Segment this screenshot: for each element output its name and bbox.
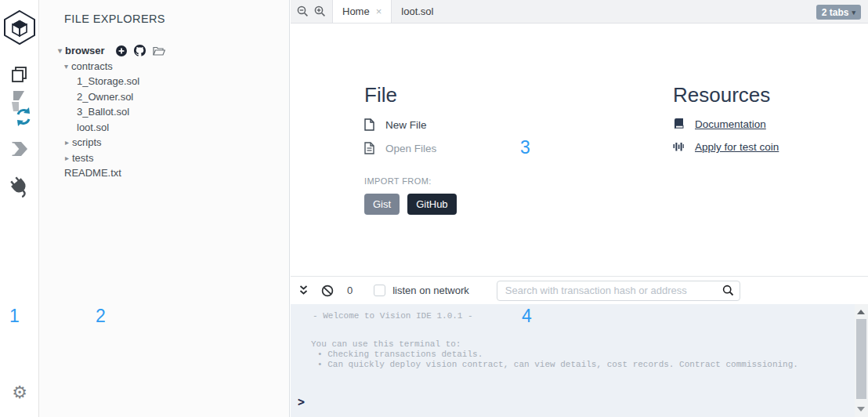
- chevron-down-icon: ▾: [852, 9, 855, 16]
- new-file-button[interactable]: New File: [364, 118, 457, 131]
- tree-item-2-owner-sol[interactable]: 2_Owner.sol: [39, 89, 290, 105]
- terminal-toolbar: 0 listen on network: [291, 276, 868, 304]
- import-gist-button[interactable]: Gist: [364, 194, 400, 215]
- caret-right-icon: ▸: [65, 150, 72, 166]
- tree-item-scripts[interactable]: ▸ scripts: [39, 135, 290, 150]
- new-file-icon: [364, 118, 374, 131]
- tree-label: contracts: [71, 59, 113, 74]
- open-files-button[interactable]: Open Files: [364, 142, 457, 154]
- tab-label: loot.sol: [401, 5, 433, 17]
- listen-on-network-label: listen on network: [392, 285, 469, 296]
- open-files-icon: [364, 142, 374, 154]
- collapse-terminal-icon[interactable]: [298, 285, 309, 296]
- main-panel: Home × loot.sol 2 tabs ▾ File New File O…: [291, 0, 868, 417]
- search-icon[interactable]: [722, 285, 734, 299]
- new-file-label: New File: [385, 119, 427, 131]
- caret-down-icon: ▾: [58, 43, 65, 59]
- import-from-label: IMPORT FROM:: [364, 176, 457, 186]
- tab-loot-sol[interactable]: loot.sol: [392, 0, 443, 23]
- github-import-icon[interactable]: [134, 45, 146, 56]
- tree-item-tests[interactable]: ▸ tests: [39, 150, 290, 166]
- terminal-scrollbar[interactable]: [855, 304, 868, 417]
- plugin-manager-icon[interactable]: [0, 176, 39, 198]
- scrollbar-thumb[interactable]: [856, 319, 866, 399]
- caret-right-icon: ▸: [65, 135, 72, 150]
- tree-item-contracts[interactable]: ▾ contracts: [39, 59, 290, 74]
- annotation-1: 1: [9, 306, 20, 327]
- documentation-link[interactable]: Documentation: [673, 118, 779, 130]
- listen-on-network-checkbox[interactable]: [374, 285, 385, 296]
- refresh-arrows: [17, 107, 30, 126]
- tree-label: README.txt: [64, 165, 121, 181]
- file-tree: ▾ browser ▾ contracts 1_Storage.sol 2_: [39, 43, 290, 181]
- pending-tx-count: 0: [347, 285, 353, 296]
- test-coin-icon: [673, 141, 684, 153]
- tab-home[interactable]: Home ×: [332, 0, 392, 23]
- terminal-intro-line: You can use this terminal to:: [311, 339, 461, 349]
- resources-section-title: Resources: [673, 83, 779, 107]
- annotation-4: 4: [522, 306, 532, 327]
- solidity-compiler-icon[interactable]: [0, 88, 39, 129]
- open-files-label: Open Files: [385, 143, 436, 154]
- tabs-count-dropdown[interactable]: 2 tabs ▾: [816, 5, 861, 20]
- terminal-welcome-line: - Welcome to Vision IDE 1.0.1 -: [313, 311, 473, 321]
- apply-test-coin-label: Apply for test coin: [695, 141, 779, 153]
- terminal-output[interactable]: - Welcome to Vision IDE 1.0.1 - You can …: [291, 304, 868, 417]
- scroll-down-icon[interactable]: [857, 407, 865, 412]
- transaction-search: [497, 281, 740, 301]
- terminal-bullet-line: • Can quickly deploy vision contract, ca…: [317, 360, 798, 369]
- settings-gear-icon[interactable]: ⚙: [0, 384, 39, 401]
- caret-down-icon: ▾: [64, 59, 71, 74]
- tree-item-browser[interactable]: ▾ browser: [39, 43, 290, 59]
- tree-label: 2_Owner.sol: [77, 89, 133, 105]
- terminal-bullet-line: • Checking transactions details.: [317, 350, 483, 359]
- zoom-out-icon[interactable]: [297, 5, 309, 17]
- explorer-title: FILE EXPLORERS: [64, 13, 165, 25]
- gear-icon: ⚙: [12, 384, 27, 401]
- icon-sidebar: ⚙: [0, 0, 39, 417]
- zoom-in-icon[interactable]: [314, 5, 326, 17]
- transaction-search-input[interactable]: [497, 281, 740, 301]
- tree-label: 3_Ballot.sol: [77, 104, 129, 120]
- terminal-prompt[interactable]: >: [298, 395, 305, 409]
- annotation-2: 2: [96, 306, 106, 327]
- open-folder-icon[interactable]: [153, 45, 165, 56]
- tree-item-3-ballot-sol[interactable]: 3_Ballot.sol: [39, 104, 290, 120]
- vision-cube-logo-icon[interactable]: [0, 9, 39, 45]
- documentation-label: Documentation: [695, 118, 766, 130]
- file-section-title: File: [364, 83, 457, 107]
- apply-test-coin-link[interactable]: Apply for test coin: [673, 141, 779, 153]
- tree-label: loot.sol: [77, 120, 109, 136]
- import-github-button[interactable]: GitHub: [407, 194, 456, 215]
- deploy-and-run-icon[interactable]: [0, 138, 39, 160]
- tree-label: tests: [72, 150, 93, 166]
- editor-tabbar: Home × loot.sol 2 tabs ▾: [291, 0, 868, 24]
- annotation-3: 3: [520, 137, 530, 158]
- scroll-up-icon[interactable]: [857, 310, 865, 314]
- tabs-count-label: 2 tabs: [822, 7, 849, 18]
- tree-label: scripts: [72, 135, 102, 150]
- tree-item-loot-sol[interactable]: loot.sol: [39, 120, 290, 136]
- tree-item-1-storage-sol[interactable]: 1_Storage.sol: [39, 74, 290, 89]
- close-tab-icon[interactable]: ×: [376, 5, 382, 17]
- tree-label: 1_Storage.sol: [77, 74, 139, 89]
- clear-console-icon[interactable]: [321, 285, 334, 297]
- tab-label: Home: [342, 5, 370, 17]
- create-file-icon[interactable]: [116, 45, 127, 56]
- book-icon: [673, 118, 684, 130]
- file-explorer-panel: FILE EXPLORERS ▾ browser ▾ contracts 1_: [39, 0, 290, 417]
- tree-item-readme-txt[interactable]: README.txt: [39, 165, 290, 181]
- home-page: File New File Open Files IMPORT FROM: Gi…: [291, 24, 868, 276]
- tree-label: browser: [65, 43, 105, 59]
- file-explorers-icon[interactable]: [0, 65, 39, 84]
